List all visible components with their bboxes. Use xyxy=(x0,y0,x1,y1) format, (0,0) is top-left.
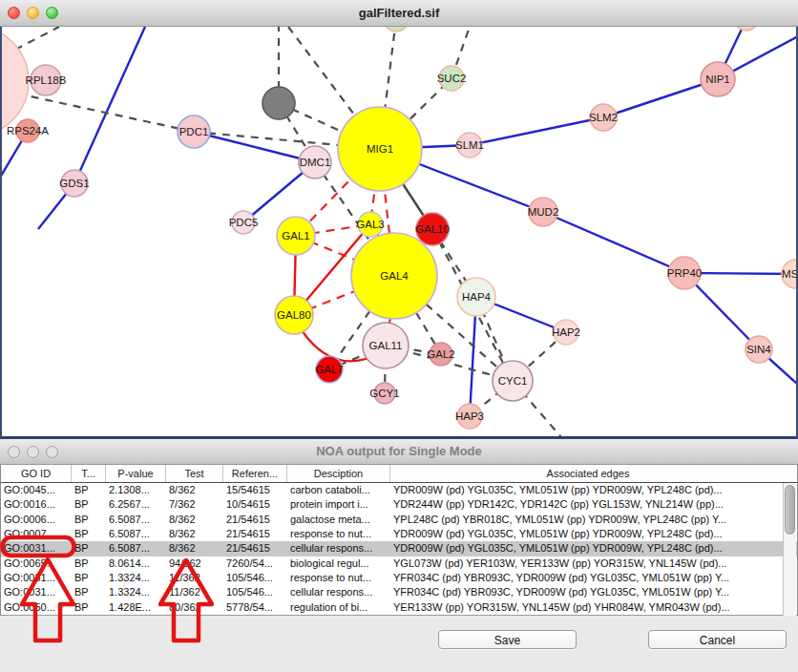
graph-node-unlabeled[interactable] xyxy=(384,27,409,32)
graph-node-SLM1[interactable]: SLM1 xyxy=(455,133,484,158)
save-button[interactable]: Save xyxy=(438,630,577,649)
graph-node-RPS24A[interactable]: RPS24A xyxy=(7,119,49,142)
graph-edge-blue[interactable] xyxy=(74,27,145,183)
table-row[interactable]: GO:0045...BP2.1308...8/36215/54615carbon… xyxy=(1,483,797,497)
column-header-t-[interactable]: T... xyxy=(72,465,106,482)
graph-node-HAP2[interactable]: HAP2 xyxy=(552,320,580,345)
table-row[interactable]: GO:0031...BP6.5087...8/36221/54615cellul… xyxy=(1,541,797,556)
table-row[interactable]: GO:0050...BP1.428E...80/3625778/54...reg… xyxy=(1,600,797,615)
graph-node-GAL7[interactable]: GAL7 xyxy=(315,356,343,383)
table-cell: 1.3324... xyxy=(106,571,166,585)
graph-node-CYC1[interactable]: CYC1 xyxy=(493,361,533,401)
network-view[interactable]: RPL18BRPS24AGDS1PDC1SUC2DMC1MIG1SLM1SLM2… xyxy=(0,27,798,439)
graph-node-HAP4[interactable]: HAP4 xyxy=(457,278,495,316)
graph-node-GAL3[interactable]: GAL3 xyxy=(356,212,384,237)
table-cell: 10/54615 xyxy=(223,497,287,512)
graph-node-NIP1[interactable]: NIP1 xyxy=(701,62,735,96)
table-cell: GO:0006... xyxy=(1,513,72,527)
graph-node-MSL1[interactable]: MSL1 xyxy=(782,260,796,288)
column-header-test[interactable]: Test xyxy=(166,465,223,482)
table-cell: 2.1308... xyxy=(106,483,166,497)
table-cell: 6.5087... xyxy=(106,513,166,527)
column-header-associated-edges[interactable]: Associated edges xyxy=(390,465,786,482)
node-label: GAL80 xyxy=(277,309,311,321)
table-cell: GO:0050... xyxy=(1,600,72,615)
graph-node-PRP40[interactable]: PRP40 xyxy=(667,257,702,289)
table-cell: YDR009W (pd) YGL035C, YML051W (pp) YDR00… xyxy=(390,541,786,556)
node-label: RPS24A xyxy=(7,125,49,136)
column-header-go-id[interactable]: GO ID xyxy=(1,465,72,482)
table-cell: 6.2567... xyxy=(106,497,166,512)
table-cell: GO:0016... xyxy=(1,497,72,512)
node-circle[interactable] xyxy=(262,87,295,119)
table-row[interactable]: GO:0016...BP6.2567...7/36210/54615protei… xyxy=(1,497,797,512)
table-cell: 11/362 xyxy=(166,585,223,599)
node-circle[interactable] xyxy=(384,27,409,32)
network-canvas-svg[interactable]: RPL18BRPS24AGDS1PDC1SUC2DMC1MIG1SLM1SLM2… xyxy=(2,27,796,436)
node-label: DMC1 xyxy=(300,157,331,168)
vertical-scrollbar[interactable] xyxy=(783,483,796,616)
table-row[interactable]: GO:0031...BP1.3324...11/362105/546...cel… xyxy=(1,585,797,599)
cancel-button[interactable]: Cancel xyxy=(648,630,787,649)
table-cell: cellular respons... xyxy=(287,585,390,599)
graph-edge-blue[interactable] xyxy=(470,117,603,145)
table-cell: GO:0031... xyxy=(1,585,72,599)
graph-edge-blue[interactable] xyxy=(543,212,684,273)
node-circle[interactable] xyxy=(735,27,758,31)
window-galfiltered: galFiltered.sif RPL18BRPS24AGDS1PDC1SUC2… xyxy=(0,0,798,439)
table-cell: BP xyxy=(72,571,106,585)
graph-node-HAP3[interactable]: HAP3 xyxy=(455,404,484,429)
table-cell: galactose meta... xyxy=(287,513,390,527)
table-cell: GO:0031... xyxy=(1,541,72,556)
graph-node-PDC1[interactable]: PDC1 xyxy=(178,116,210,148)
graph-node-MUD2[interactable]: MUD2 xyxy=(528,198,559,226)
table-cell: GO:0007... xyxy=(1,527,72,541)
graph-node-GAL80[interactable]: GAL80 xyxy=(275,296,313,334)
graph-node-GCY1[interactable]: GCY1 xyxy=(369,383,399,404)
table-row[interactable]: GO:0007...BP6.5087...8/36221/54615respon… xyxy=(1,527,797,541)
table-row[interactable]: GO:0065...BP8.0614...94/3627260/54...bio… xyxy=(1,556,797,571)
graph-node-GAL11[interactable]: GAL11 xyxy=(363,323,409,368)
table-cell: 105/546... xyxy=(223,571,287,585)
table-row[interactable]: GO:0006...BP6.5087...8/36221/54615galact… xyxy=(1,513,797,527)
node-label: GCY1 xyxy=(369,388,399,399)
graph-node-unlabeled[interactable] xyxy=(262,87,295,119)
graph-node-unlabeled[interactable] xyxy=(735,27,758,31)
graph-node-GAL4[interactable]: GAL4 xyxy=(351,233,437,319)
graph-node-GAL10[interactable]: GAL10 xyxy=(415,213,450,245)
node-label: GAL11 xyxy=(369,340,403,351)
node-label: GAL4 xyxy=(380,270,409,282)
table-cell: YER133W (pp) YOR315W, YNL145W (pd) YHR08… xyxy=(390,600,786,615)
noa-titlebar[interactable]: NOA output for Single Mode xyxy=(0,439,798,465)
graph-node-GAL1[interactable]: GAL1 xyxy=(277,217,315,255)
dialog-button-row: Save Cancel xyxy=(0,630,798,659)
scrollbar-thumb[interactable] xyxy=(785,485,795,535)
node-label: HAP2 xyxy=(552,326,580,338)
graph-node-RPL18B[interactable]: RPL18B xyxy=(26,65,67,95)
graph-node-GAL2[interactable]: GAL2 xyxy=(427,343,454,366)
table-cell: YFR034C (pd) YBR093C, YDR009W (pd) YGL03… xyxy=(390,585,786,599)
node-label: HAP4 xyxy=(462,291,492,303)
table-cell: 6.5087... xyxy=(106,527,166,541)
table-row[interactable]: GO:0031...BP1.3324...11/362105/546...res… xyxy=(1,571,797,585)
table-cell: 1.428E... xyxy=(106,600,166,615)
table-cell: 21/54615 xyxy=(223,541,287,556)
table-cell: YDR009W (pd) YGL035C, YML051W (pp) YDR00… xyxy=(390,483,786,497)
table-body: GO:0045...BP2.1308...8/36215/54615carbon… xyxy=(1,483,797,616)
graph-edge-dash[interactable] xyxy=(15,27,59,50)
galfiltered-titlebar[interactable]: galFiltered.sif xyxy=(0,0,798,27)
column-header-desciption[interactable]: Desciption xyxy=(287,465,390,482)
graph-node-GDS1[interactable]: GDS1 xyxy=(59,170,89,197)
graph-edge-blue[interactable] xyxy=(603,79,718,117)
graph-node-SLM2[interactable]: SLM2 xyxy=(589,104,618,131)
graph-node-DMC1[interactable]: DMC1 xyxy=(299,146,331,178)
graph-node-MIG1[interactable]: MIG1 xyxy=(338,107,422,191)
column-header-referen-[interactable]: Referen... xyxy=(223,465,287,482)
window-title: NOA output for Single Mode xyxy=(0,439,798,464)
column-header-p-value[interactable]: P-value xyxy=(106,465,166,482)
node-label: GAL2 xyxy=(427,348,454,360)
graph-node-SIN4[interactable]: SIN4 xyxy=(746,336,772,363)
table-cell: BP xyxy=(72,600,106,615)
table-cell: 7/362 xyxy=(166,497,223,512)
table-cell: 5778/54... xyxy=(223,600,287,615)
